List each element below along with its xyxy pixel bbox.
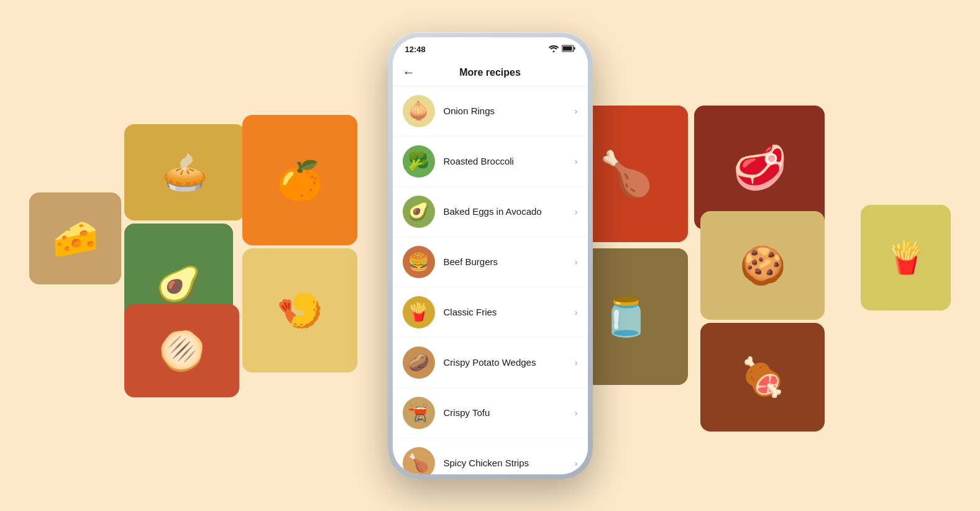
status-time: 12:48	[405, 45, 426, 54]
bg-food-tarts	[124, 124, 245, 220]
bg-food-bruschetta	[124, 304, 239, 397]
recipe-list[interactable]: 🧅Onion Rings›🥦Roasted Broccoli›🥑Baked Eg…	[393, 86, 588, 474]
status-bar: 12:48	[393, 37, 588, 60]
recipe-name-baked-eggs-avocado: Baked Eggs in Avocado	[444, 206, 575, 217]
svg-point-0	[552, 51, 554, 53]
recipe-chevron-onion-rings: ›	[575, 106, 578, 116]
bg-food-avocado	[124, 224, 233, 348]
recipe-name-classic-fries: Classic Fries	[444, 307, 575, 317]
recipe-item-beef-burgers[interactable]: 🍔Beef Burgers›	[393, 237, 588, 287]
page-title: More recipes	[459, 67, 521, 78]
recipe-item-roasted-broccoli[interactable]: 🥦Roasted Broccoli›	[393, 137, 588, 187]
phone-frame: 12:48	[388, 32, 593, 479]
status-icons	[549, 45, 575, 54]
recipe-item-spicy-chicken-strips[interactable]: 🍗Spicy Chicken Strips›	[393, 438, 588, 474]
recipe-chevron-beef-burgers: ›	[575, 257, 578, 267]
recipe-chevron-classic-fries: ›	[575, 307, 578, 317]
recipe-name-crispy-potato-wedges: Crispy Potato Wedges	[444, 357, 575, 368]
app-header: ← More recipes	[393, 60, 588, 86]
recipe-name-onion-rings: Onion Rings	[444, 106, 575, 116]
recipe-name-roasted-broccoli: Roasted Broccoli	[444, 156, 575, 166]
recipe-chevron-crispy-potato-wedges: ›	[575, 358, 578, 368]
bg-food-fries	[861, 205, 951, 310]
recipe-item-crispy-tofu[interactable]: 🫕Crispy Tofu›	[393, 388, 588, 438]
svg-rect-3	[562, 47, 572, 51]
recipe-thumbnail-classic-fries: 🍟	[403, 296, 435, 328]
svg-rect-2	[574, 47, 575, 50]
bg-food-fried	[242, 248, 357, 373]
recipe-chevron-roasted-broccoli: ›	[575, 156, 578, 166]
recipe-name-crispy-tofu: Crispy Tofu	[444, 407, 575, 418]
bg-food-cookies	[700, 211, 825, 320]
wifi-icon	[549, 45, 559, 54]
recipe-chevron-crispy-tofu: ›	[575, 408, 578, 418]
recipe-thumbnail-beef-burgers: 🍔	[403, 246, 435, 278]
recipe-thumbnail-roasted-broccoli: 🥦	[403, 145, 435, 178]
recipe-thumbnail-onion-rings: 🧅	[403, 95, 435, 127]
bg-food-meat	[694, 106, 825, 230]
back-button[interactable]: ←	[403, 65, 415, 79]
recipe-thumbnail-crispy-tofu: 🫕	[403, 397, 435, 429]
recipe-item-classic-fries[interactable]: 🍟Classic Fries›	[393, 287, 588, 338]
recipe-thumbnail-spicy-chicken-strips: 🍗	[403, 447, 435, 474]
bg-food-citrus	[242, 115, 357, 245]
recipe-item-crispy-potato-wedges[interactable]: 🥔Crispy Potato Wedges›	[393, 338, 588, 388]
recipe-item-baked-eggs-avocado[interactable]: 🥑Baked Eggs in Avocado›	[393, 187, 588, 237]
recipe-chevron-baked-eggs-avocado: ›	[575, 207, 578, 217]
recipe-name-beef-burgers: Beef Burgers	[444, 256, 575, 267]
phone-screen: 12:48	[393, 37, 588, 474]
battery-icon	[562, 45, 575, 54]
recipe-name-spicy-chicken-strips: Spicy Chicken Strips	[444, 458, 575, 468]
recipe-chevron-spicy-chicken-strips: ›	[575, 458, 578, 468]
recipe-item-onion-rings[interactable]: 🧅Onion Rings›	[393, 86, 588, 137]
screen-content: ← More recipes 🧅Onion Rings›🥦Roasted Bro…	[393, 60, 588, 474]
recipe-thumbnail-crispy-potato-wedges: 🥔	[403, 346, 435, 379]
bg-food-pork	[700, 323, 825, 432]
phone-device: 12:48	[388, 32, 593, 479]
bg-food-cheese	[29, 192, 121, 284]
recipe-thumbnail-baked-eggs-avocado: 🥑	[403, 196, 435, 228]
